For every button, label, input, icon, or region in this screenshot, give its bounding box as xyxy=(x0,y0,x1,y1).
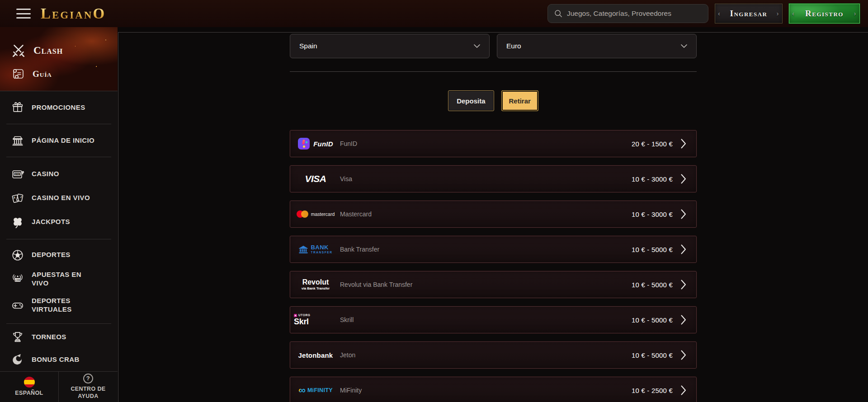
country-select[interactable]: Spain xyxy=(290,34,490,58)
monument-icon xyxy=(11,134,24,147)
chevron-right-icon xyxy=(681,139,686,149)
sidebar-item-promociones[interactable]: PROMOCIONES xyxy=(0,91,118,124)
main-content-panel: Spain Euro Deposita Retirar xyxy=(118,32,868,402)
chevron-right-icon xyxy=(681,315,686,325)
utorg-icon xyxy=(294,314,297,317)
chevron-down-icon xyxy=(681,44,687,48)
sidebar-item-casino[interactable]: 777 CASINO xyxy=(0,162,118,186)
sidebar-item-label: PROMOCIONES xyxy=(32,103,85,112)
login-button[interactable]: Ingresar xyxy=(715,4,783,23)
payment-label: Bank Transfer xyxy=(340,246,379,253)
scroll-icon xyxy=(11,67,25,81)
sidebar-item-deportes[interactable]: DEPORTES xyxy=(0,243,118,267)
sidebar-item-label: Guía xyxy=(33,69,52,79)
payment-row-skrill[interactable]: UTORG Skrl Skrill 10 € - 5000 € xyxy=(290,306,697,333)
sidebar-item-apuestas-en-vivo[interactable]: LIVE APUESTAS EN VIVO xyxy=(0,267,118,291)
sidebar-item-label: DEPORTES xyxy=(32,251,71,259)
crab-claw-icon xyxy=(11,353,24,366)
chevron-right-icon xyxy=(681,385,686,395)
sidebar-item-deportes-virtuales[interactable]: DEPORTES VIRTUALES xyxy=(0,291,118,320)
game-controller-icon xyxy=(11,299,24,312)
playing-cards-icon: A J xyxy=(11,192,24,205)
country-select-value: Spain xyxy=(299,42,317,50)
payment-row-mastercard[interactable]: mastercard Mastercard 10 € - 3000 € xyxy=(290,201,697,228)
sidebar-item-pagina-de-inicio[interactable]: PÁGINA DE INICIO xyxy=(0,124,118,157)
payment-range: 10 € - 3000 € xyxy=(632,210,673,218)
payment-range: 10 € - 5000 € xyxy=(632,316,673,324)
mastercard-logo: mastercard xyxy=(290,210,337,218)
sidebar-item-bonus-crab[interactable]: BONUS CRAB xyxy=(0,348,118,371)
sidebar-item-torneos[interactable]: TORNEOS xyxy=(0,326,118,348)
payment-range: 20 € - 1500 € xyxy=(632,140,673,148)
funid-logo: FunID xyxy=(290,138,337,150)
crossed-swords-icon xyxy=(11,43,26,58)
chevron-right-icon xyxy=(681,209,686,219)
svg-text:A: A xyxy=(13,196,16,199)
deposit-tab[interactable]: Deposita xyxy=(448,90,494,111)
chevron-down-icon xyxy=(474,44,480,48)
payment-row-funid[interactable]: FunID FunID 20 € - 1500 € xyxy=(290,130,697,157)
payment-range: 10 € - 3000 € xyxy=(632,175,673,183)
sidebar-item-clash[interactable]: Clash xyxy=(0,39,118,62)
sidebar-item-label: CASINO xyxy=(32,170,59,178)
payment-row-revolut[interactable]: Revolut via Bank Transfer Revolut via Ba… xyxy=(290,271,697,298)
language-selector[interactable]: ESPAÑOL xyxy=(0,372,59,402)
filters-row: Spain Euro xyxy=(290,34,697,58)
bank-icon xyxy=(298,245,308,254)
sidebar-item-label: BONUS CRAB xyxy=(32,355,80,364)
deposit-withdraw-toggle: Deposita Retirar xyxy=(290,90,697,111)
app: { "header": { "logo_text": "LegianO", "s… xyxy=(0,0,868,402)
infinity-icon: ∞ xyxy=(298,385,306,395)
sidebar-item-label: DEPORTES VIRTUALES xyxy=(32,297,99,314)
chevron-right-icon xyxy=(681,280,686,290)
payment-row-mifinity[interactable]: ∞ MiFINITY MiFinity 10 € - 2500 € xyxy=(290,377,697,402)
spain-flag-icon xyxy=(24,377,35,388)
sidebar-item-jackpots[interactable]: JACKPOTS xyxy=(0,210,118,234)
payment-row-jeton[interactable]: Jetonbank Jeton 10 € - 5000 € xyxy=(290,341,697,369)
chevron-right-icon xyxy=(681,350,686,360)
slot-machine-icon: 777 xyxy=(11,168,24,181)
search-input[interactable] xyxy=(567,9,702,18)
jetonbank-logo: Jetonbank xyxy=(290,351,337,359)
sidebar-item-guia[interactable]: Guía xyxy=(0,62,118,86)
payment-range: 10 € - 5000 € xyxy=(632,281,673,289)
sidebar-item-label: PÁGINA DE INICIO xyxy=(32,136,94,145)
payment-row-bank-transfer[interactable]: BANK TRANSFER Bank Transfer 10 € - 5000 … xyxy=(290,236,697,263)
help-center-button[interactable]: ? CENTRO DE AYUDA xyxy=(59,372,118,402)
withdraw-tab[interactable]: Retirar xyxy=(501,90,538,111)
payment-label: MiFinity xyxy=(340,387,362,394)
payment-label: Jeton xyxy=(340,351,355,359)
section-divider xyxy=(290,71,697,72)
sidebar-item-label: APUESTAS EN VIVO xyxy=(32,271,99,288)
soccer-ball-icon xyxy=(11,248,24,262)
live-broadcast-icon: LIVE xyxy=(11,272,24,286)
payment-label: FunID xyxy=(340,140,357,147)
search-bar[interactable] xyxy=(547,4,708,23)
register-button[interactable]: Registro xyxy=(789,4,860,23)
sidebar-item-casino-en-vivo[interactable]: A J CASINO EN VIVO xyxy=(0,186,118,210)
svg-text:777: 777 xyxy=(15,173,19,175)
payment-methods-list: FunID FunID 20 € - 1500 € VISA Visa 10 €… xyxy=(290,130,697,402)
search-icon xyxy=(554,9,562,18)
payment-label: Skrill xyxy=(340,316,354,323)
help-label: CENTRO DE AYUDA xyxy=(65,386,111,400)
currency-select[interactable]: Euro xyxy=(497,34,697,58)
sidebar-item-label: CASINO EN VIVO xyxy=(32,194,90,202)
svg-text:J: J xyxy=(20,195,22,198)
payment-label: Mastercard xyxy=(340,210,372,218)
chevron-right-icon xyxy=(681,174,686,184)
language-label: ESPAÑOL xyxy=(15,390,43,397)
trophy-icon xyxy=(11,330,24,344)
visa-logo: VISA xyxy=(290,173,337,184)
menu-icon[interactable] xyxy=(16,9,31,19)
brand-logo[interactable]: LegianO xyxy=(41,5,106,22)
help-icon: ? xyxy=(83,374,93,383)
skrill-logo: UTORG Skrl xyxy=(290,314,337,326)
currency-select-value: Euro xyxy=(506,42,521,50)
payment-range: 10 € - 5000 € xyxy=(632,246,673,253)
payment-range: 10 € - 2500 € xyxy=(632,387,673,394)
payment-label: Revolut via Bank Transfer xyxy=(340,281,412,288)
payment-row-visa[interactable]: VISA Visa 10 € - 3000 € xyxy=(290,165,697,192)
payment-range: 10 € - 5000 € xyxy=(632,351,673,359)
sidebar-featured-banner: Clash Guía xyxy=(0,27,118,91)
